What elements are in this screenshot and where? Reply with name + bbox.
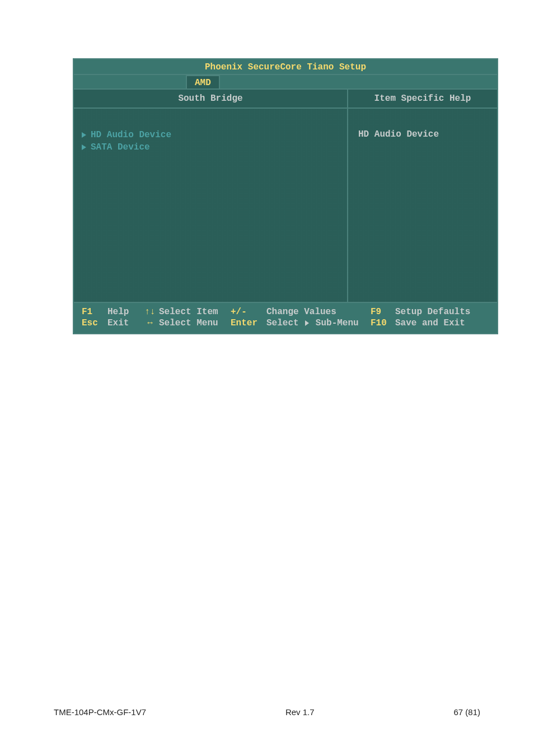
bios-tab-label: AMD bbox=[195, 78, 211, 88]
key-enter: Enter bbox=[231, 318, 266, 329]
action-setup-defaults: Setup Defaults bbox=[395, 306, 495, 318]
key-esc: Esc bbox=[82, 318, 107, 329]
doc-revision: Rev 1.7 bbox=[285, 707, 315, 717]
leftright-arrows-icon: ↔ bbox=[141, 318, 159, 329]
bios-key-legend: F1 Help ↑↓ Select Item +/- Change Values… bbox=[74, 302, 497, 333]
action-select-submenu: Select Sub-Menu bbox=[266, 318, 371, 329]
bios-section-title: South Bridge bbox=[74, 90, 348, 108]
doc-page-number: 67 (81) bbox=[453, 707, 480, 717]
bios-help-panel: HD Audio Device bbox=[348, 109, 497, 302]
key-f9: F9 bbox=[371, 306, 395, 318]
submenu-triangle-icon bbox=[305, 320, 309, 326]
submenu-triangle-icon bbox=[82, 144, 86, 150]
action-save-and-exit: Save and Exit bbox=[395, 318, 495, 329]
bios-menu-panel: HD Audio Device SATA Device bbox=[74, 109, 348, 302]
action-select-item: Select Item bbox=[159, 306, 231, 318]
menu-item-hd-audio-device[interactable]: HD Audio Device bbox=[82, 129, 339, 141]
bios-help-text: HD Audio Device bbox=[358, 129, 439, 139]
menu-item-label: HD Audio Device bbox=[91, 129, 171, 141]
updown-arrows-icon: ↑↓ bbox=[141, 306, 159, 318]
bios-title-bar: Phoenix SecureCore Tiano Setup bbox=[74, 59, 497, 75]
bios-help-title: Item Specific Help bbox=[348, 90, 497, 108]
action-help: Help bbox=[107, 306, 141, 318]
action-exit: Exit bbox=[107, 318, 141, 329]
action-change-values: Change Values bbox=[266, 306, 371, 318]
doc-id: TME-104P-CMx-GF-1V7 bbox=[54, 707, 146, 717]
key-f10: F10 bbox=[371, 318, 395, 329]
key-f1: F1 bbox=[82, 306, 107, 318]
menu-item-sata-device[interactable]: SATA Device bbox=[82, 141, 339, 153]
submenu-triangle-icon bbox=[82, 132, 86, 138]
key-plus-minus: +/- bbox=[231, 306, 266, 318]
bios-key-row-2: Esc Exit ↔ Select Menu Enter Select Sub-… bbox=[82, 318, 495, 329]
bios-body: South Bridge Item Specific Help HD Audio… bbox=[74, 88, 497, 333]
bios-tab-row: AMD bbox=[74, 75, 497, 88]
bios-key-row-1: F1 Help ↑↓ Select Item +/- Change Values… bbox=[82, 306, 495, 318]
bios-tab-amd[interactable]: AMD bbox=[186, 75, 220, 88]
bios-setup-screenshot: Phoenix SecureCore Tiano Setup AMD South… bbox=[73, 58, 498, 334]
menu-item-label: SATA Device bbox=[91, 142, 150, 153]
document-page-footer: TME-104P-CMx-GF-1V7 Rev 1.7 67 (81) bbox=[0, 707, 534, 717]
bios-content-row: HD Audio Device SATA Device HD Audio Dev… bbox=[74, 109, 497, 302]
bios-title-text: Phoenix SecureCore Tiano Setup bbox=[205, 62, 366, 72]
bios-subheader-row: South Bridge Item Specific Help bbox=[74, 88, 497, 109]
action-select-menu: Select Menu bbox=[159, 318, 231, 329]
